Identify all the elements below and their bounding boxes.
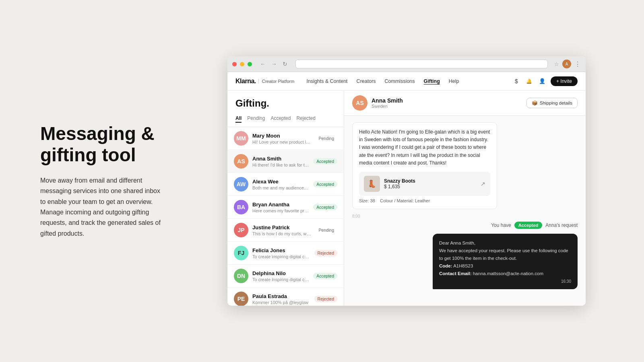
- detail-avatar: AS: [352, 95, 367, 111]
- profile-icon[interactable]: A: [562, 60, 571, 68]
- avatar: PE: [234, 292, 248, 306]
- avatar: AS: [234, 154, 248, 169]
- window-close-dot[interactable]: [232, 62, 237, 66]
- browser-chrome: ← → ↻ ☆ A ⋮: [227, 56, 586, 72]
- browser-controls: ← → ↻: [258, 60, 289, 68]
- message-text: Hello Acte Nation! I'm going to Elle-gal…: [359, 128, 490, 167]
- inbox-item-preview: Hi there! I'd like to ask for this produ…: [252, 162, 309, 167]
- inbox-item-0[interactable]: MM Mary Moon Hi! Love your new product l…: [227, 127, 344, 150]
- nav-commissions[interactable]: Commissions: [381, 77, 419, 86]
- inbox-item-content: Mary Moon Hi! Love your new product line…: [252, 133, 311, 144]
- inbox-item-content: Bryan Anantha Here comes my favorite pro…: [252, 202, 309, 213]
- inbox-item-name: Felicia Jones: [252, 247, 310, 253]
- nav-help[interactable]: Help: [445, 77, 463, 86]
- inbox-item-name: Justine Patrick: [252, 224, 311, 230]
- shipping-details-button[interactable]: 📦 Shipping details: [526, 98, 578, 108]
- nav-insights[interactable]: Insights & Content: [302, 77, 351, 86]
- inbox-item-1[interactable]: AS Anna Smith Hi there! I'd like to ask …: [227, 150, 344, 173]
- browser-window: ← → ↻ ☆ A ⋮ Klarna. Creator Platform Ins…: [227, 56, 586, 306]
- status-badge: Pending: [315, 135, 337, 142]
- status-action-label: Anna's request: [545, 222, 578, 228]
- brand: Klarna. Creator Platform: [235, 78, 294, 85]
- inbox-filters: All Pending Accepted Rejected: [227, 112, 344, 127]
- inbox-panel: Gifting. All Pending Accepted Rejected M…: [227, 90, 344, 306]
- window-maximize-dot[interactable]: [248, 62, 252, 66]
- window-minimize-dot[interactable]: [240, 62, 244, 66]
- inbox-item-4[interactable]: JP Justine Patrick This is how I do my c…: [227, 219, 344, 242]
- message-time: 8:00: [352, 214, 578, 218]
- avatar: JP: [234, 223, 248, 237]
- detail-header: AS Anna Smith Sweden 📦 Shipping details: [344, 90, 586, 116]
- share-icon[interactable]: ↗: [481, 181, 485, 187]
- inbox-item-content: Delphina Nilo To create inspiring digita…: [252, 270, 309, 282]
- product-image: 👢: [364, 176, 380, 192]
- inbox-item-preview: To create inspiring digital content and.…: [252, 277, 309, 282]
- heading: Messaging & gifting tool: [40, 123, 161, 166]
- app-navbar: Klarna. Creator Platform Insights & Cont…: [227, 72, 586, 90]
- status-action-row: You have Accepted Anna's request: [352, 222, 578, 229]
- inbox-item-name: Paula Estrada: [252, 293, 310, 299]
- product-price: $ 1,635: [384, 184, 477, 189]
- inbox-item-6[interactable]: DN Delphina Nilo To create inspiring dig…: [227, 265, 344, 288]
- inbox-title: Gifting.: [235, 98, 336, 109]
- inbox-item-content: Alexa Wee Both me and my audience would …: [252, 179, 309, 190]
- reply-bubble: Dear Anna Smith, We have accepted your r…: [433, 234, 578, 289]
- status-badge: Accepted: [313, 181, 337, 187]
- product-name: Snazzy Boots: [384, 178, 477, 184]
- status-badge: Rejected: [314, 296, 337, 302]
- filter-accepted[interactable]: Accepted: [270, 115, 291, 123]
- avatar: BA: [234, 200, 248, 214]
- address-bar[interactable]: [295, 60, 548, 68]
- user-icon[interactable]: 👤: [538, 77, 547, 86]
- incoming-message: Hello Acte Nation! I'm going to Elle-gal…: [352, 122, 497, 209]
- status-badge: Accepted: [313, 204, 337, 210]
- dollar-icon[interactable]: $: [512, 77, 521, 86]
- reload-button[interactable]: ↻: [281, 60, 289, 68]
- notification-icon[interactable]: 🔔: [525, 77, 534, 86]
- inbox-item-name: Alexa Wee: [252, 179, 309, 185]
- status-badge: Accepted: [313, 158, 337, 165]
- avatar: FJ: [234, 246, 248, 260]
- inbox-item-name: Delphina Nilo: [252, 270, 309, 276]
- filter-all[interactable]: All: [235, 115, 242, 123]
- inbox-item-name: Mary Moon: [252, 133, 311, 139]
- app-content: Gifting. All Pending Accepted Rejected M…: [227, 90, 586, 306]
- browser-container: ← → ↻ ☆ A ⋮ Klarna. Creator Platform Ins…: [185, 48, 644, 314]
- description: Move away from email and different messa…: [40, 175, 161, 239]
- inbox-item-3[interactable]: BA Bryan Anantha Here comes my favorite …: [227, 196, 344, 219]
- reply-text: Dear Anna Smith, We have accepted your r…: [439, 239, 571, 278]
- nav-gifting[interactable]: Gifting: [420, 77, 444, 86]
- reply-time: 16:30: [439, 279, 571, 284]
- avatar: MM: [234, 131, 248, 146]
- forward-button[interactable]: →: [270, 60, 279, 68]
- nav-creators[interactable]: Creators: [353, 77, 380, 86]
- inbox-item-5[interactable]: FJ Felicia Jones To create inspiring dig…: [227, 242, 344, 265]
- you-have-label: You have: [491, 222, 511, 228]
- inbox-item-name: Bryan Anantha: [252, 202, 309, 208]
- more-options-icon[interactable]: ⋮: [574, 60, 581, 68]
- avatar: DN: [234, 269, 248, 283]
- inbox-header: Gifting.: [227, 90, 344, 112]
- inbox-item-content: Anna Smith Hi there! I'd like to ask for…: [252, 156, 309, 167]
- nav-right: $ 🔔 👤 + Invite: [512, 76, 578, 86]
- inbox-item-name: Anna Smith: [252, 156, 309, 162]
- filter-pending[interactable]: Pending: [247, 115, 265, 123]
- inbox-item-preview: Hi! Love your new product line. Would...: [252, 140, 311, 144]
- inbox-item-preview: Here comes my favorite products...: [252, 208, 309, 213]
- inbox-item-preview: This is how I do my curls, want to creat…: [252, 231, 311, 236]
- inbox-item-preview: To create inspiring digital content and.…: [252, 254, 310, 259]
- filter-rejected[interactable]: Rejected: [296, 115, 315, 123]
- bookmark-icon[interactable]: ☆: [554, 61, 559, 67]
- shipping-icon: 📦: [532, 100, 538, 106]
- detail-user-location: Sweden: [372, 104, 526, 109]
- invite-button[interactable]: + Invite: [551, 76, 578, 86]
- status-badge: Rejected: [314, 250, 337, 256]
- inbox-item-7[interactable]: PE Paula Estrada Kommer 100% på @leyglow…: [227, 288, 344, 306]
- product-meta: Size: 38 Colour / Material: Leather: [359, 198, 490, 203]
- inbox-item-preview: Kommer 100% på @leyglow: [252, 300, 310, 305]
- inbox-item-content: Paula Estrada Kommer 100% på @leyglow: [252, 293, 310, 305]
- back-button[interactable]: ←: [258, 60, 267, 68]
- product-info: Snazzy Boots $ 1,635: [384, 178, 477, 189]
- left-panel: Messaging & gifting tool Move away from …: [0, 99, 185, 263]
- inbox-item-2[interactable]: AW Alexa Wee Both me and my audience wou…: [227, 173, 344, 196]
